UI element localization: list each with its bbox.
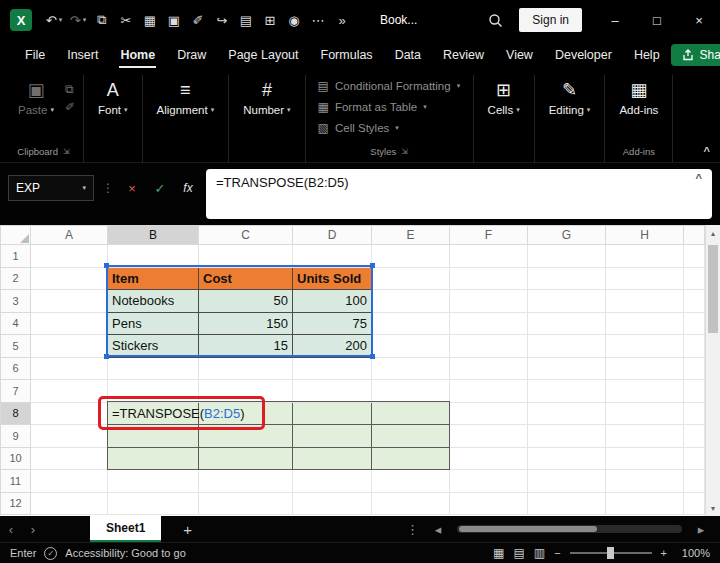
formula-bar-grip[interactable]: ⋮ (102, 175, 114, 201)
cell-stub-12[interactable] (684, 492, 705, 515)
cell-H4[interactable] (606, 312, 684, 335)
cell-H9[interactable] (606, 425, 684, 448)
number-button[interactable]: # Number▾ (237, 75, 296, 116)
cell-stub-9[interactable] (684, 425, 705, 448)
excel-logo-icon[interactable]: X (10, 9, 32, 31)
row-header-11[interactable]: 11 (1, 470, 31, 493)
row-header-3[interactable]: 3 (1, 290, 31, 313)
cell-A2[interactable] (31, 267, 108, 290)
add-sheet-button[interactable]: + (183, 521, 192, 538)
accessibility-status[interactable]: Accessibility: Good to go (65, 547, 185, 559)
cell-A8[interactable] (31, 402, 108, 425)
cell-F9[interactable] (450, 425, 528, 448)
zoom-slider-thumb[interactable] (607, 547, 614, 559)
cell-C7[interactable] (199, 380, 293, 403)
close-button[interactable]: × (678, 0, 720, 40)
cell-D1[interactable] (293, 245, 372, 268)
cell-D8[interactable] (293, 402, 372, 425)
sheet-tab-sheet1[interactable]: Sheet1 (90, 516, 161, 542)
cell-F1[interactable] (450, 245, 528, 268)
cell-F11[interactable] (450, 470, 528, 493)
tab-developer[interactable]: Developer (544, 40, 623, 70)
cell-F5[interactable] (450, 335, 528, 358)
cell-G9[interactable] (528, 425, 606, 448)
cell-H11[interactable] (606, 470, 684, 493)
cell-E3[interactable] (372, 290, 450, 313)
col-header-F[interactable]: F (450, 226, 528, 245)
cell-A11[interactable] (31, 470, 108, 493)
row-header-9[interactable]: 9 (1, 425, 31, 448)
cell-F7[interactable] (450, 380, 528, 403)
cell-H10[interactable] (606, 447, 684, 470)
row-header-7[interactable]: 7 (1, 380, 31, 403)
horizontal-scrollbar[interactable] (457, 525, 682, 533)
cell-H3[interactable] (606, 290, 684, 313)
editing-button[interactable]: ✎ Editing▾ (543, 75, 597, 116)
cell-A3[interactable] (31, 290, 108, 313)
cell-G10[interactable] (528, 447, 606, 470)
cell-F2[interactable] (450, 267, 528, 290)
qat-copy-button[interactable]: ⧉ (90, 7, 114, 33)
cell-H12[interactable] (606, 492, 684, 515)
col-header-B[interactable]: B (108, 226, 199, 245)
cell-stub-2[interactable] (684, 267, 705, 290)
cell-H5[interactable] (606, 335, 684, 358)
cell-F6[interactable] (450, 357, 528, 380)
cell-stub-8[interactable] (684, 402, 705, 425)
cell-D7[interactable] (293, 380, 372, 403)
cell-G5[interactable] (528, 335, 606, 358)
tab-page-layout[interactable]: Page Layout (217, 40, 309, 70)
formula-input[interactable]: =TRANSPOSE(B2:D5) ^ (206, 169, 712, 219)
cell-stub-10[interactable] (684, 447, 705, 470)
sheet-nav-right-icon[interactable]: › (22, 522, 44, 537)
cell-B6[interactable] (108, 357, 199, 380)
tab-view[interactable]: View (495, 40, 544, 70)
col-header-D[interactable]: D (293, 226, 372, 245)
cell-A9[interactable] (31, 425, 108, 448)
cancel-button[interactable]: × (122, 175, 142, 201)
cell-H8[interactable] (606, 402, 684, 425)
select-all-corner[interactable] (1, 226, 31, 245)
cell-B12[interactable] (108, 492, 199, 515)
cell-G1[interactable] (528, 245, 606, 268)
cell-stub-4[interactable] (684, 312, 705, 335)
qat-grid-button[interactable]: ⊞ (258, 7, 282, 33)
cell-C11[interactable] (199, 470, 293, 493)
format-painter-button[interactable]: ✐ (65, 101, 75, 113)
cell-F3[interactable] (450, 290, 528, 313)
qat-draw-button[interactable]: ✐ (186, 7, 210, 33)
zoom-in-button[interactable]: + (661, 547, 667, 559)
cell-stub-6[interactable] (684, 357, 705, 380)
scroll-down-icon[interactable]: ▾ (706, 500, 720, 516)
undo-button[interactable]: ↶ ▾ (42, 7, 66, 33)
insert-function-button[interactable]: fx (178, 175, 198, 201)
row-header-2[interactable]: 2 (1, 267, 31, 290)
cell-A5[interactable] (31, 335, 108, 358)
qat-clipboard-button[interactable]: ▣ (162, 7, 186, 33)
col-header-H[interactable]: H (606, 226, 684, 245)
qat-picture-button[interactable]: ▦ (138, 7, 162, 33)
sheet-options-icon[interactable]: ⋮ (406, 522, 419, 537)
tab-draw[interactable]: Draw (166, 40, 217, 70)
format-as-table-button[interactable]: ▦ Format as Table ▾ (314, 96, 427, 117)
tab-insert[interactable]: Insert (56, 40, 109, 70)
qat-document-button[interactable]: ▤ (234, 7, 258, 33)
cell-C10[interactable] (199, 447, 293, 470)
addins-button[interactable]: ▦ Add-ins (613, 75, 664, 116)
row-header-4[interactable]: 4 (1, 312, 31, 335)
redo-button[interactable]: ↷ ▾ (66, 7, 90, 33)
collapse-formula-bar-icon[interactable]: ^ (696, 172, 702, 184)
cell-H6[interactable] (606, 357, 684, 380)
cell-G6[interactable] (528, 357, 606, 380)
page-break-view-icon[interactable]: ▥ (534, 546, 545, 560)
cell-E6[interactable] (372, 357, 450, 380)
row-header-8[interactable]: 8 (1, 402, 31, 425)
cell-D6[interactable] (293, 357, 372, 380)
sheet-nav-left-icon[interactable]: ‹ (0, 522, 22, 537)
cell-E10[interactable] (372, 447, 450, 470)
cell-H1[interactable] (606, 245, 684, 268)
cell-stub-5[interactable] (684, 335, 705, 358)
vertical-scroll-thumb[interactable] (708, 245, 718, 333)
cell-E1[interactable] (372, 245, 450, 268)
cell-C2[interactable]: Cost (199, 267, 293, 290)
